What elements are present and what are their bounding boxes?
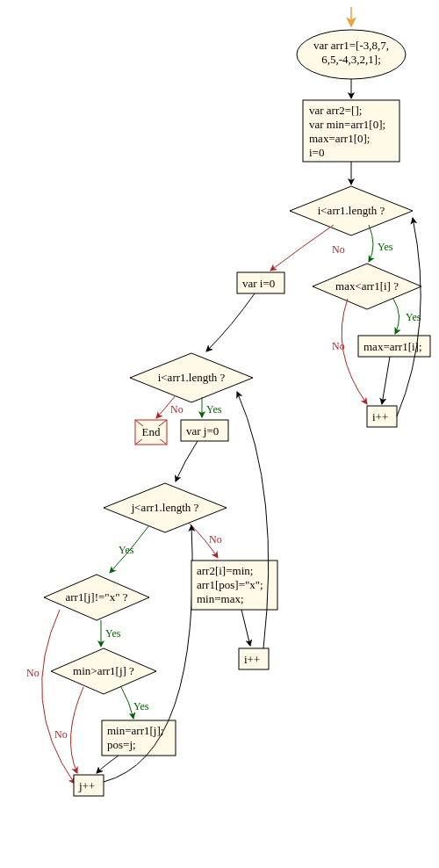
- edge-n5-n6: [382, 357, 390, 404]
- n1-line1: 6,5,-4,3,2,1];: [321, 53, 381, 66]
- lbl-n12-yes: Yes: [105, 627, 121, 640]
- lbl-n4-yes: Yes: [406, 311, 421, 323]
- n17-line0: i++: [244, 653, 260, 666]
- n14-line1: pos=j;: [107, 738, 136, 751]
- n7-line0: var i=0: [242, 277, 275, 290]
- edge-n3-yes: [369, 225, 373, 262]
- n11-line0: j<arr1.length ?: [131, 501, 199, 514]
- n14-line0: min=arr1[j];: [107, 724, 163, 737]
- lbl-n3-yes: Yes: [378, 241, 393, 253]
- edge-n9-n11: [176, 441, 198, 481]
- n1-line0: var arr1=[-3,8,7,: [313, 39, 389, 52]
- n6-line0: i++: [372, 410, 388, 423]
- edge-n4-yes: [393, 299, 399, 334]
- n8-line0: i<arr1.length ?: [158, 371, 226, 384]
- lbl-n8-yes: Yes: [206, 403, 222, 416]
- n12-line0: arr1[j]!="x" ?: [66, 590, 128, 604]
- edge-n12-no: [42, 610, 75, 784]
- lbl-n13-yes: Yes: [133, 700, 149, 712]
- n4-line0: max<arr1[i] ?: [335, 279, 399, 293]
- n2-line1: var min=arr1[0];: [309, 118, 385, 131]
- n16-line1: arr1[pos]="x";: [197, 578, 263, 591]
- edge-n13-yes: [121, 687, 133, 719]
- lbl-n3-no: No: [332, 243, 345, 256]
- n2-line3: i=0: [309, 146, 324, 159]
- edge-n7-n8: [206, 293, 255, 351]
- n2-line0: var arr2=[];: [309, 104, 362, 117]
- edge-n16-n17: [241, 610, 250, 646]
- n3-line0: i<arr1.length ?: [318, 204, 385, 217]
- lbl-n4-no: No: [332, 340, 345, 352]
- edge-n3-no: [270, 225, 334, 271]
- lbl-n11-yes: Yes: [119, 544, 134, 556]
- edge-n13-no: [70, 687, 83, 773]
- n15-line0: j++: [78, 779, 95, 792]
- n13-line0: min>arr1[j] ?: [73, 664, 134, 677]
- node-end: End: [135, 420, 167, 445]
- n5-line0: max=arr1[i];: [363, 340, 422, 353]
- n2-line2: max=arr1[0];: [309, 132, 370, 145]
- n16-line2: min=max;: [197, 592, 244, 605]
- lbl-n8-no: No: [170, 403, 184, 416]
- lbl-n13-no: No: [54, 728, 68, 741]
- lbl-n11-no: No: [209, 533, 222, 546]
- lbl-n12-no: No: [26, 667, 40, 679]
- edge-n14-n15: [97, 756, 119, 773]
- n16-line0: arr2[i]=min;: [197, 564, 253, 577]
- n10-line0: End: [142, 425, 161, 438]
- n9-line0: var j=0: [186, 424, 219, 438]
